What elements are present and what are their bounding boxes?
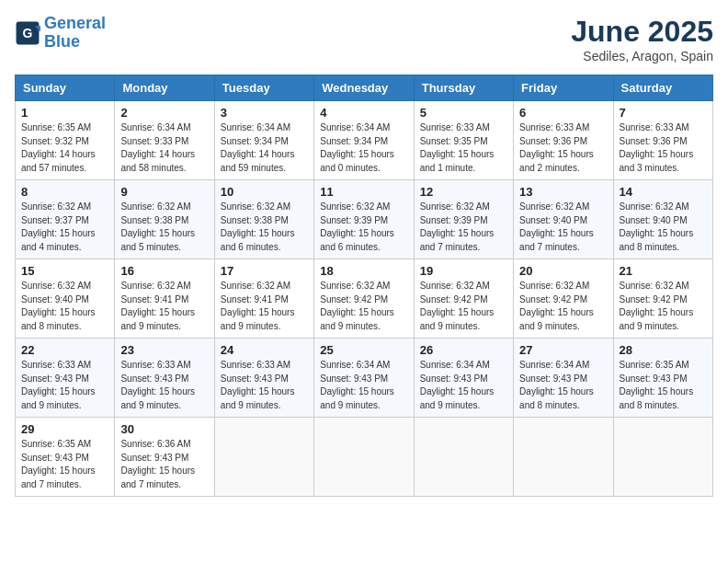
day-number: 21: [620, 264, 707, 278]
calendar-cell: 27Sunrise: 6:34 AMSunset: 9:43 PMDayligh…: [514, 339, 613, 418]
day-number: 6: [519, 106, 607, 120]
calendar-cell: 18Sunrise: 6:32 AMSunset: 9:42 PMDayligh…: [314, 259, 414, 339]
calendar-cell: 20Sunrise: 6:32 AMSunset: 9:42 PMDayligh…: [514, 259, 613, 339]
day-info: Sunrise: 6:32 AMSunset: 9:42 PMDaylight:…: [620, 280, 707, 333]
calendar-cell: [314, 418, 414, 497]
day-number: 27: [519, 343, 607, 357]
calendar-cell: 7Sunrise: 6:33 AMSunset: 9:36 PMDaylight…: [613, 101, 712, 180]
day-info: Sunrise: 6:32 AMSunset: 9:41 PMDaylight:…: [221, 280, 308, 333]
day-info: Sunrise: 6:35 AMSunset: 9:43 PMDaylight:…: [620, 359, 707, 412]
day-info: Sunrise: 6:33 AMSunset: 9:43 PMDaylight:…: [120, 359, 208, 412]
calendar-cell: [414, 418, 513, 497]
calendar-cell: 21Sunrise: 6:32 AMSunset: 9:42 PMDayligh…: [613, 259, 712, 339]
day-info: Sunrise: 6:32 AMSunset: 9:40 PMDaylight:…: [21, 280, 108, 333]
day-number: 11: [320, 185, 407, 199]
day-number: 17: [221, 264, 308, 278]
day-number: 14: [620, 185, 707, 199]
calendar-cell: 15Sunrise: 6:32 AMSunset: 9:40 PMDayligh…: [16, 259, 115, 339]
day-number: 20: [519, 264, 607, 278]
day-info: Sunrise: 6:32 AMSunset: 9:42 PMDaylight:…: [320, 280, 407, 333]
calendar-cell: 25Sunrise: 6:34 AMSunset: 9:43 PMDayligh…: [314, 339, 414, 418]
svg-text:G: G: [23, 25, 33, 40]
calendar-cell: 16Sunrise: 6:32 AMSunset: 9:41 PMDayligh…: [115, 259, 214, 339]
day-number: 28: [620, 343, 707, 357]
calendar-cell: 4Sunrise: 6:34 AMSunset: 9:34 PMDaylight…: [314, 101, 414, 180]
calendar-cell: 11Sunrise: 6:32 AMSunset: 9:39 PMDayligh…: [314, 180, 414, 259]
calendar-cell: 2Sunrise: 6:34 AMSunset: 9:33 PMDaylight…: [115, 101, 214, 180]
weekday-header-thursday: Thursday: [414, 75, 513, 101]
calendar-week-1: 1Sunrise: 6:35 AMSunset: 9:32 PMDaylight…: [16, 101, 713, 180]
calendar-header-row: SundayMondayTuesdayWednesdayThursdayFrid…: [16, 75, 713, 101]
calendar-cell: 23Sunrise: 6:33 AMSunset: 9:43 PMDayligh…: [115, 339, 214, 418]
day-info: Sunrise: 6:32 AMSunset: 9:38 PMDaylight:…: [221, 201, 308, 254]
day-info: Sunrise: 6:33 AMSunset: 9:43 PMDaylight:…: [221, 359, 308, 412]
calendar-cell: 1Sunrise: 6:35 AMSunset: 9:32 PMDaylight…: [16, 101, 115, 180]
day-info: Sunrise: 6:34 AMSunset: 9:33 PMDaylight:…: [120, 121, 208, 175]
day-number: 12: [420, 185, 507, 199]
logo: G General Blue: [15, 15, 106, 52]
day-number: 7: [620, 106, 707, 120]
day-number: 24: [221, 343, 308, 357]
calendar-cell: 10Sunrise: 6:32 AMSunset: 9:38 PMDayligh…: [214, 180, 313, 259]
weekday-header-friday: Friday: [514, 75, 613, 101]
day-number: 18: [320, 264, 407, 278]
day-info: Sunrise: 6:34 AMSunset: 9:43 PMDaylight:…: [320, 359, 407, 412]
day-info: Sunrise: 6:32 AMSunset: 9:38 PMDaylight:…: [120, 201, 208, 254]
calendar-cell: 22Sunrise: 6:33 AMSunset: 9:43 PMDayligh…: [16, 339, 115, 418]
day-info: Sunrise: 6:34 AMSunset: 9:34 PMDaylight:…: [320, 121, 407, 175]
day-info: Sunrise: 6:35 AMSunset: 9:43 PMDaylight:…: [21, 438, 108, 491]
day-info: Sunrise: 6:32 AMSunset: 9:39 PMDaylight:…: [420, 201, 507, 254]
day-info: Sunrise: 6:34 AMSunset: 9:43 PMDaylight:…: [519, 359, 607, 412]
day-number: 9: [120, 185, 208, 199]
day-number: 29: [21, 422, 108, 436]
calendar-week-5: 29Sunrise: 6:35 AMSunset: 9:43 PMDayligh…: [16, 418, 713, 497]
day-number: 25: [320, 343, 407, 357]
calendar-cell: 5Sunrise: 6:33 AMSunset: 9:35 PMDaylight…: [414, 101, 513, 180]
day-info: Sunrise: 6:32 AMSunset: 9:42 PMDaylight:…: [420, 280, 507, 333]
day-info: Sunrise: 6:32 AMSunset: 9:42 PMDaylight:…: [519, 280, 607, 333]
day-number: 30: [120, 422, 208, 436]
month-title: June 2025: [571, 15, 713, 49]
day-number: 16: [120, 264, 208, 278]
logo-icon: G: [15, 20, 40, 46]
weekday-header-monday: Monday: [115, 75, 214, 101]
day-number: 19: [420, 264, 507, 278]
day-info: Sunrise: 6:33 AMSunset: 9:35 PMDaylight:…: [420, 121, 507, 175]
calendar-cell: [613, 418, 712, 497]
day-info: Sunrise: 6:32 AMSunset: 9:40 PMDaylight:…: [519, 201, 607, 254]
day-number: 26: [420, 343, 507, 357]
day-number: 4: [320, 106, 407, 120]
calendar-cell: 8Sunrise: 6:32 AMSunset: 9:37 PMDaylight…: [16, 180, 115, 259]
logo-name: General Blue: [44, 15, 106, 52]
calendar-cell: 29Sunrise: 6:35 AMSunset: 9:43 PMDayligh…: [16, 418, 115, 497]
calendar-cell: [514, 418, 613, 497]
weekday-header-sunday: Sunday: [16, 75, 115, 101]
calendar-cell: 30Sunrise: 6:36 AMSunset: 9:43 PMDayligh…: [115, 418, 214, 497]
day-info: Sunrise: 6:35 AMSunset: 9:32 PMDaylight:…: [21, 121, 108, 175]
calendar-cell: 3Sunrise: 6:34 AMSunset: 9:34 PMDaylight…: [214, 101, 313, 180]
day-number: 22: [21, 343, 108, 357]
day-info: Sunrise: 6:32 AMSunset: 9:39 PMDaylight:…: [320, 201, 407, 254]
day-number: 1: [21, 106, 108, 120]
calendar-week-2: 8Sunrise: 6:32 AMSunset: 9:37 PMDaylight…: [16, 180, 713, 259]
weekday-header-tuesday: Tuesday: [214, 75, 313, 101]
day-info: Sunrise: 6:34 AMSunset: 9:43 PMDaylight:…: [420, 359, 507, 412]
calendar-cell: 12Sunrise: 6:32 AMSunset: 9:39 PMDayligh…: [414, 180, 513, 259]
day-info: Sunrise: 6:33 AMSunset: 9:36 PMDaylight:…: [620, 121, 707, 175]
calendar-cell: 28Sunrise: 6:35 AMSunset: 9:43 PMDayligh…: [613, 339, 712, 418]
calendar-cell: 13Sunrise: 6:32 AMSunset: 9:40 PMDayligh…: [514, 180, 613, 259]
weekday-header-wednesday: Wednesday: [314, 75, 414, 101]
day-number: 10: [221, 185, 308, 199]
calendar-week-3: 15Sunrise: 6:32 AMSunset: 9:40 PMDayligh…: [16, 259, 713, 339]
day-number: 3: [221, 106, 308, 120]
title-block: June 2025 Sediles, Aragon, Spain: [571, 15, 713, 63]
day-number: 23: [120, 343, 208, 357]
day-info: Sunrise: 6:34 AMSunset: 9:34 PMDaylight:…: [221, 121, 308, 175]
location-subtitle: Sediles, Aragon, Spain: [571, 49, 713, 63]
day-info: Sunrise: 6:33 AMSunset: 9:36 PMDaylight:…: [519, 121, 607, 175]
day-number: 15: [21, 264, 108, 278]
calendar-table: SundayMondayTuesdayWednesdayThursdayFrid…: [15, 75, 713, 497]
day-number: 5: [420, 106, 507, 120]
day-number: 8: [21, 185, 108, 199]
day-info: Sunrise: 6:36 AMSunset: 9:43 PMDaylight:…: [120, 438, 208, 491]
